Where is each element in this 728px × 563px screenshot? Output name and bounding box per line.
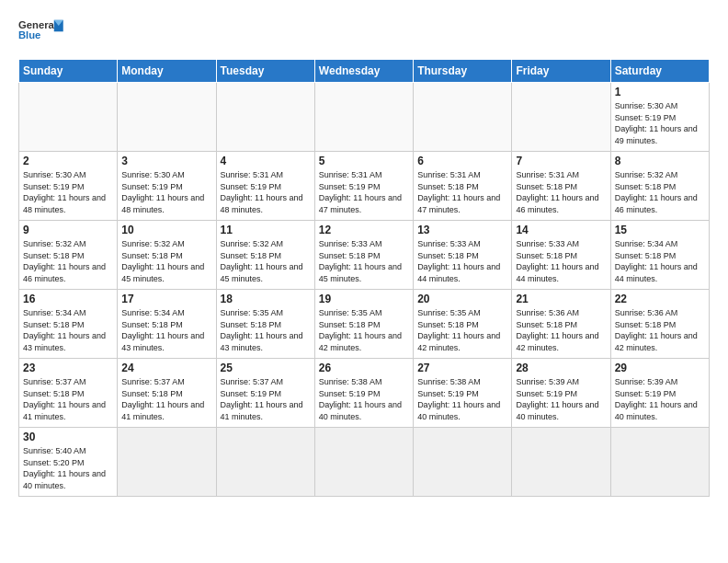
calendar-cell: 2Sunrise: 5:30 AMSunset: 5:19 PMDaylight…: [19, 152, 118, 221]
day-info: Sunrise: 5:35 AMSunset: 5:18 PMDaylight:…: [221, 307, 311, 353]
day-number: 11: [221, 224, 311, 236]
day-number: 4: [221, 155, 311, 167]
day-info: Sunrise: 5:32 AMSunset: 5:18 PMDaylight:…: [121, 238, 211, 284]
calendar-cell: [19, 83, 118, 152]
calendar-cell: [512, 83, 610, 152]
calendar-cell: [216, 428, 314, 497]
day-number: 10: [121, 224, 211, 236]
day-info: Sunrise: 5:30 AMSunset: 5:19 PMDaylight:…: [23, 169, 113, 215]
calendar-cell: [512, 428, 610, 497]
calendar-cell: 6Sunrise: 5:31 AMSunset: 5:18 PMDaylight…: [414, 152, 512, 221]
calendar-cell: [414, 83, 512, 152]
weekday-header-tuesday: Tuesday: [216, 60, 314, 83]
calendar-cell: 22Sunrise: 5:36 AMSunset: 5:18 PMDayligh…: [610, 290, 709, 359]
calendar-cell: 30Sunrise: 5:40 AMSunset: 5:20 PMDayligh…: [19, 428, 118, 497]
day-info: Sunrise: 5:30 AMSunset: 5:19 PMDaylight:…: [615, 100, 705, 146]
day-number: 26: [319, 362, 409, 374]
day-number: 21: [516, 293, 606, 305]
day-number: 23: [23, 362, 113, 374]
day-info: Sunrise: 5:32 AMSunset: 5:18 PMDaylight:…: [221, 238, 311, 284]
day-info: Sunrise: 5:31 AMSunset: 5:18 PMDaylight:…: [516, 169, 606, 215]
day-info: Sunrise: 5:39 AMSunset: 5:19 PMDaylight:…: [615, 376, 705, 422]
day-number: 16: [23, 293, 113, 305]
calendar-cell: 9Sunrise: 5:32 AMSunset: 5:18 PMDaylight…: [19, 221, 118, 290]
day-info: Sunrise: 5:34 AMSunset: 5:18 PMDaylight:…: [23, 307, 113, 353]
day-info: Sunrise: 5:33 AMSunset: 5:18 PMDaylight:…: [516, 238, 606, 284]
day-number: 14: [516, 224, 606, 236]
day-info: Sunrise: 5:31 AMSunset: 5:18 PMDaylight:…: [417, 169, 507, 215]
calendar-cell: [314, 83, 413, 152]
day-number: 17: [121, 293, 211, 305]
day-info: Sunrise: 5:31 AMSunset: 5:19 PMDaylight:…: [221, 169, 311, 215]
day-number: 7: [516, 155, 606, 167]
weekday-header-friday: Friday: [512, 60, 610, 83]
day-info: Sunrise: 5:31 AMSunset: 5:19 PMDaylight:…: [319, 169, 409, 215]
calendar-cell: 7Sunrise: 5:31 AMSunset: 5:18 PMDaylight…: [512, 152, 610, 221]
day-number: 28: [516, 362, 606, 374]
day-info: Sunrise: 5:39 AMSunset: 5:19 PMDaylight:…: [516, 376, 606, 422]
calendar-cell: [118, 83, 216, 152]
calendar-cell: 26Sunrise: 5:38 AMSunset: 5:19 PMDayligh…: [314, 359, 413, 428]
calendar-cell: 1Sunrise: 5:30 AMSunset: 5:19 PMDaylight…: [610, 83, 709, 152]
day-number: 18: [221, 293, 311, 305]
day-info: Sunrise: 5:33 AMSunset: 5:18 PMDaylight:…: [319, 238, 409, 284]
weekday-header-saturday: Saturday: [610, 60, 709, 83]
day-number: 9: [23, 224, 113, 236]
day-number: 2: [23, 155, 113, 167]
calendar-cell: 16Sunrise: 5:34 AMSunset: 5:18 PMDayligh…: [19, 290, 118, 359]
day-number: 19: [319, 293, 409, 305]
calendar-cell: [314, 428, 413, 497]
calendar-cell: 21Sunrise: 5:36 AMSunset: 5:18 PMDayligh…: [512, 290, 610, 359]
day-info: Sunrise: 5:34 AMSunset: 5:18 PMDaylight:…: [615, 238, 705, 284]
day-number: 1: [615, 86, 705, 98]
calendar-cell: 10Sunrise: 5:32 AMSunset: 5:18 PMDayligh…: [118, 221, 216, 290]
svg-text:Blue: Blue: [18, 29, 40, 40]
svg-text:General: General: [18, 19, 57, 30]
calendar-cell: 3Sunrise: 5:30 AMSunset: 5:19 PMDaylight…: [118, 152, 216, 221]
calendar-table: SundayMondayTuesdayWednesdayThursdayFrid…: [18, 59, 710, 497]
day-info: Sunrise: 5:32 AMSunset: 5:18 PMDaylight:…: [615, 169, 705, 215]
calendar-cell: 28Sunrise: 5:39 AMSunset: 5:19 PMDayligh…: [512, 359, 610, 428]
day-info: Sunrise: 5:35 AMSunset: 5:18 PMDaylight:…: [417, 307, 507, 353]
calendar-cell: 20Sunrise: 5:35 AMSunset: 5:18 PMDayligh…: [414, 290, 512, 359]
day-info: Sunrise: 5:37 AMSunset: 5:18 PMDaylight:…: [23, 376, 113, 422]
day-number: 30: [23, 431, 113, 443]
day-info: Sunrise: 5:32 AMSunset: 5:18 PMDaylight:…: [23, 238, 113, 284]
calendar-cell: 18Sunrise: 5:35 AMSunset: 5:18 PMDayligh…: [216, 290, 314, 359]
calendar-cell: 5Sunrise: 5:31 AMSunset: 5:19 PMDaylight…: [314, 152, 413, 221]
day-info: Sunrise: 5:30 AMSunset: 5:19 PMDaylight:…: [121, 169, 211, 215]
calendar-cell: [118, 428, 216, 497]
calendar-cell: [414, 428, 512, 497]
day-number: 6: [417, 155, 507, 167]
calendar-cell: 14Sunrise: 5:33 AMSunset: 5:18 PMDayligh…: [512, 221, 610, 290]
day-number: 5: [319, 155, 409, 167]
day-number: 13: [417, 224, 507, 236]
calendar-cell: 13Sunrise: 5:33 AMSunset: 5:18 PMDayligh…: [414, 221, 512, 290]
day-info: Sunrise: 5:36 AMSunset: 5:18 PMDaylight:…: [615, 307, 705, 353]
day-info: Sunrise: 5:38 AMSunset: 5:19 PMDaylight:…: [417, 376, 507, 422]
day-info: Sunrise: 5:37 AMSunset: 5:19 PMDaylight:…: [221, 376, 311, 422]
day-info: Sunrise: 5:35 AMSunset: 5:18 PMDaylight:…: [319, 307, 409, 353]
day-number: 22: [615, 293, 705, 305]
calendar-cell: 25Sunrise: 5:37 AMSunset: 5:19 PMDayligh…: [216, 359, 314, 428]
day-info: Sunrise: 5:33 AMSunset: 5:18 PMDaylight:…: [417, 238, 507, 284]
day-number: 24: [121, 362, 211, 374]
calendar-cell: [216, 83, 314, 152]
weekday-header-thursday: Thursday: [414, 60, 512, 83]
calendar-cell: 24Sunrise: 5:37 AMSunset: 5:18 PMDayligh…: [118, 359, 216, 428]
calendar-cell: 8Sunrise: 5:32 AMSunset: 5:18 PMDaylight…: [610, 152, 709, 221]
day-info: Sunrise: 5:36 AMSunset: 5:18 PMDaylight:…: [516, 307, 606, 353]
day-number: 8: [615, 155, 705, 167]
calendar-cell: 29Sunrise: 5:39 AMSunset: 5:19 PMDayligh…: [610, 359, 709, 428]
day-info: Sunrise: 5:34 AMSunset: 5:18 PMDaylight:…: [121, 307, 211, 353]
logo: General Blue: [18, 15, 64, 50]
weekday-header-wednesday: Wednesday: [314, 60, 413, 83]
weekday-header-sunday: Sunday: [19, 60, 118, 83]
calendar-cell: 17Sunrise: 5:34 AMSunset: 5:18 PMDayligh…: [118, 290, 216, 359]
day-number: 20: [417, 293, 507, 305]
day-number: 15: [615, 224, 705, 236]
calendar-cell: 4Sunrise: 5:31 AMSunset: 5:19 PMDaylight…: [216, 152, 314, 221]
day-number: 25: [221, 362, 311, 374]
day-info: Sunrise: 5:40 AMSunset: 5:20 PMDaylight:…: [23, 445, 113, 491]
calendar-cell: 15Sunrise: 5:34 AMSunset: 5:18 PMDayligh…: [610, 221, 709, 290]
